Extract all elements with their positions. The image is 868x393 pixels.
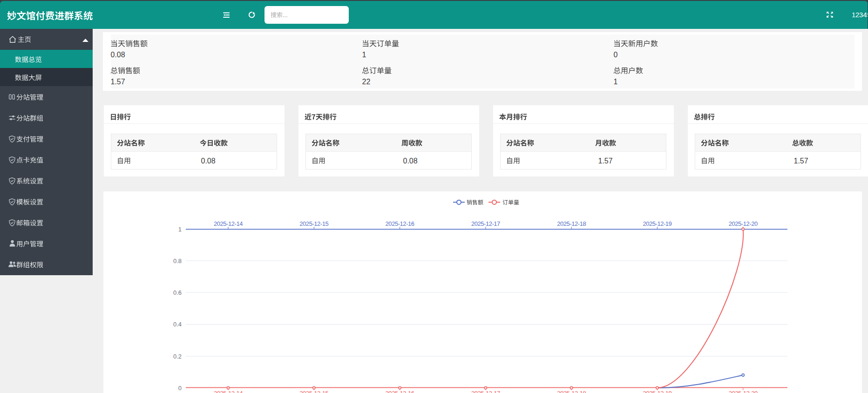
svg-text:2025-12-17: 2025-12-17 bbox=[471, 389, 500, 393]
svg-text:0.8: 0.8 bbox=[173, 257, 182, 264]
svg-text:0.6: 0.6 bbox=[173, 289, 182, 296]
svg-text:0.2: 0.2 bbox=[173, 352, 182, 359]
svg-text:2025-12-18: 2025-12-18 bbox=[557, 220, 586, 227]
svg-text:2025-12-14: 2025-12-14 bbox=[214, 220, 243, 227]
svg-text:2025-12-14: 2025-12-14 bbox=[214, 389, 243, 393]
svg-text:2025-12-16: 2025-12-16 bbox=[386, 220, 414, 227]
svg-text:2025-12-19: 2025-12-19 bbox=[643, 220, 671, 227]
svg-text:0: 0 bbox=[178, 384, 182, 391]
svg-text:0.4: 0.4 bbox=[173, 321, 182, 328]
svg-text:2025-12-19: 2025-12-19 bbox=[643, 389, 671, 393]
svg-text:2025-12-18: 2025-12-18 bbox=[557, 389, 586, 393]
svg-text:2025-12-20: 2025-12-20 bbox=[729, 220, 758, 227]
svg-text:1: 1 bbox=[178, 225, 182, 232]
svg-text:2025-12-17: 2025-12-17 bbox=[471, 220, 500, 227]
svg-text:2025-12-16: 2025-12-16 bbox=[386, 389, 414, 393]
svg-text:2025-12-20: 2025-12-20 bbox=[729, 389, 758, 393]
svg-text:2025-12-15: 2025-12-15 bbox=[299, 389, 328, 393]
svg-text:2025-12-15: 2025-12-15 bbox=[299, 220, 328, 227]
